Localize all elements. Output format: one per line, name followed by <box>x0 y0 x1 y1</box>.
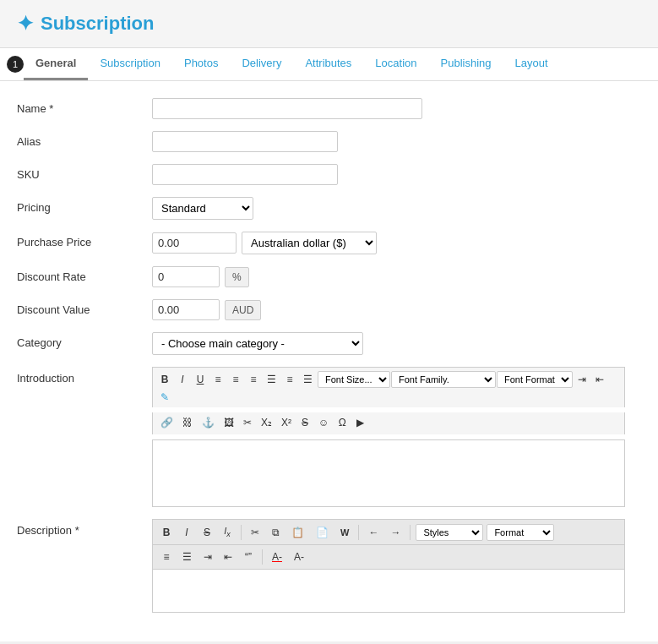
sku-input[interactable] <box>152 164 338 185</box>
intro-special-btn[interactable]: Ω <box>334 414 351 431</box>
desc-undo-btn[interactable]: ← <box>364 524 383 541</box>
desc-format-select[interactable]: Format Paragraph Div <box>487 524 554 541</box>
introduction-field: B I U ≡ ≡ ≡ ☰ ≡ ☰ Font Size... 8px 10px … <box>152 367 641 507</box>
title-text: Subscription <box>41 13 154 35</box>
category-row: Category - Choose main category - Catego… <box>17 332 641 355</box>
name-row: Name * <box>17 98 641 119</box>
description-row: Description * B I S Ix ✂ ⧉ 📋 📄 W ← → <box>17 519 641 613</box>
desc-outdent-btn[interactable]: ⇤ <box>220 548 237 565</box>
intro-code-btn[interactable]: ✎ <box>156 389 173 406</box>
percent-unit: % <box>225 267 249 287</box>
intro-anchor-btn[interactable]: ⚓ <box>198 414 219 431</box>
intro-font-size-select[interactable]: Font Size... 8px 10px 12px 14px 16px <box>318 371 390 388</box>
intro-toolbar-row2: 🔗 ⛓ ⚓ 🖼 ✂ X₂ X² S ☺ Ω ▶ <box>152 412 625 434</box>
tab-publishing[interactable]: Publishing <box>429 48 503 80</box>
introduction-label: Introduction <box>17 367 152 385</box>
desc-copy-btn[interactable]: ⧉ <box>267 524 284 541</box>
intro-unlink-btn[interactable]: ⛓ <box>178 414 197 431</box>
discount-value-row: Discount Value AUD <box>17 299 641 320</box>
intro-bold-btn[interactable]: B <box>156 371 173 388</box>
discount-rate-input[interactable] <box>152 266 220 287</box>
name-field <box>152 98 641 119</box>
intro-font-family-select[interactable]: Font Family. Arial Times New Roman Couri… <box>391 371 496 388</box>
purchase-price-label: Purchase Price <box>17 232 152 248</box>
tab-general[interactable]: General <box>24 48 88 80</box>
desc-bold-btn[interactable]: B <box>158 524 175 541</box>
desc-clear-format-btn[interactable]: Ix <box>219 523 236 541</box>
desc-editor-content[interactable] <box>153 570 624 612</box>
desc-editor-wrapper: B I S Ix ✂ ⧉ 📋 📄 W ← → Styles <box>152 519 625 613</box>
intro-ordered-list-btn[interactable]: ≡ <box>281 371 298 388</box>
badge-circle: 1 <box>7 56 24 73</box>
page-title: ✦ Subscription <box>17 12 641 35</box>
intro-superscript-btn[interactable]: X² <box>277 414 296 431</box>
intro-italic-btn[interactable]: I <box>174 371 191 388</box>
desc-redo-btn[interactable]: → <box>386 524 405 541</box>
intro-align-right-btn[interactable]: ≡ <box>245 371 262 388</box>
discount-value-field: AUD <box>152 299 641 320</box>
intro-toolbar-row1: B I U ≡ ≡ ≡ ☰ ≡ ☰ Font Size... 8px 10px … <box>152 367 625 407</box>
intro-strikethrough-btn[interactable]: S <box>296 414 313 431</box>
tab-subscription[interactable]: Subscription <box>88 48 172 80</box>
pricing-row: Pricing Standard Custom Fixed <box>17 197 641 220</box>
intro-align-justify-btn[interactable]: ☰ <box>263 371 280 388</box>
name-input[interactable] <box>152 98 422 119</box>
intro-subscript-btn[interactable]: X₂ <box>257 414 276 431</box>
name-label: Name * <box>17 98 152 115</box>
intro-image-btn[interactable]: 🖼 <box>220 414 238 431</box>
intro-underline-btn[interactable]: U <box>192 371 209 388</box>
desc-ordered-list-btn[interactable]: ≡ <box>158 548 175 565</box>
sku-label: SKU <box>17 164 152 181</box>
description-field: B I S Ix ✂ ⧉ 📋 📄 W ← → Styles <box>152 519 641 613</box>
intro-font-format-select[interactable]: Font Format Normal Heading 1 Heading 2 <box>497 371 573 388</box>
tab-delivery[interactable]: Delivery <box>230 48 293 80</box>
discount-value-input[interactable] <box>152 299 220 320</box>
desc-unordered-list-btn[interactable]: ☰ <box>178 548 196 565</box>
description-label: Description * <box>17 519 152 537</box>
pricing-field: Standard Custom Fixed <box>152 197 641 220</box>
pricing-select[interactable]: Standard Custom Fixed <box>152 197 253 220</box>
tab-attributes[interactable]: Attributes <box>293 48 363 80</box>
sku-row: SKU <box>17 164 641 185</box>
desc-italic-btn[interactable]: I <box>178 524 195 541</box>
intro-indent-btn[interactable]: ⇥ <box>574 371 590 388</box>
desc-strike-btn[interactable]: S <box>198 524 215 541</box>
intro-editor-content[interactable] <box>152 439 625 507</box>
discount-value-label: Discount Value <box>17 299 152 316</box>
star-icon: ✦ <box>17 12 34 35</box>
content-area: Name * Alias SKU Pricing Standard Custom… <box>0 81 658 641</box>
category-select[interactable]: - Choose main category - Category 1 Cate… <box>152 332 363 355</box>
intro-cut-btn[interactable]: ✂ <box>239 414 256 431</box>
tab-location[interactable]: Location <box>363 48 428 80</box>
discount-rate-field: % <box>152 266 641 287</box>
desc-styles-select[interactable]: Styles Normal Heading 1 <box>416 524 483 541</box>
category-field: - Choose main category - Category 1 Cate… <box>152 332 641 355</box>
intro-outdent-btn[interactable]: ⇤ <box>591 371 608 388</box>
desc-paste-btn[interactable]: 📋 <box>287 524 308 541</box>
alias-field <box>152 131 641 152</box>
desc-cut-btn[interactable]: ✂ <box>247 524 264 541</box>
desc-blockquote-btn[interactable]: “” <box>240 548 257 565</box>
currency-select[interactable]: Australian dollar ($) US Dollar ($) Euro… <box>242 232 377 254</box>
aud-unit: AUD <box>225 300 261 320</box>
intro-smiley-btn[interactable]: ☺ <box>314 414 333 431</box>
intro-media-btn[interactable]: ▶ <box>351 414 368 431</box>
page-header: ✦ Subscription <box>0 0 658 48</box>
intro-unordered-list-btn[interactable]: ☰ <box>299 371 317 388</box>
desc-font-color-btn[interactable]: A- <box>268 548 286 565</box>
intro-align-left-btn[interactable]: ≡ <box>209 371 226 388</box>
tab-photos[interactable]: Photos <box>172 48 230 80</box>
desc-paste-word-btn[interactable]: W <box>336 525 353 540</box>
desc-paste-text-btn[interactable]: 📄 <box>312 524 333 541</box>
sep4 <box>262 549 263 565</box>
desc-bg-color-btn[interactable]: A- <box>290 548 308 565</box>
desc-indent-btn[interactable]: ⇥ <box>199 548 216 565</box>
discount-rate-row: Discount Rate % <box>17 266 641 287</box>
tab-layout[interactable]: Layout <box>503 48 560 80</box>
intro-align-center-btn[interactable]: ≡ <box>227 371 244 388</box>
purchase-price-input[interactable] <box>152 232 237 254</box>
alias-input[interactable] <box>152 131 338 152</box>
tabs-container: 1 General Subscription Photos Delivery A… <box>0 48 658 81</box>
intro-link-btn[interactable]: 🔗 <box>156 414 177 431</box>
purchase-price-field: Australian dollar ($) US Dollar ($) Euro… <box>152 232 641 254</box>
